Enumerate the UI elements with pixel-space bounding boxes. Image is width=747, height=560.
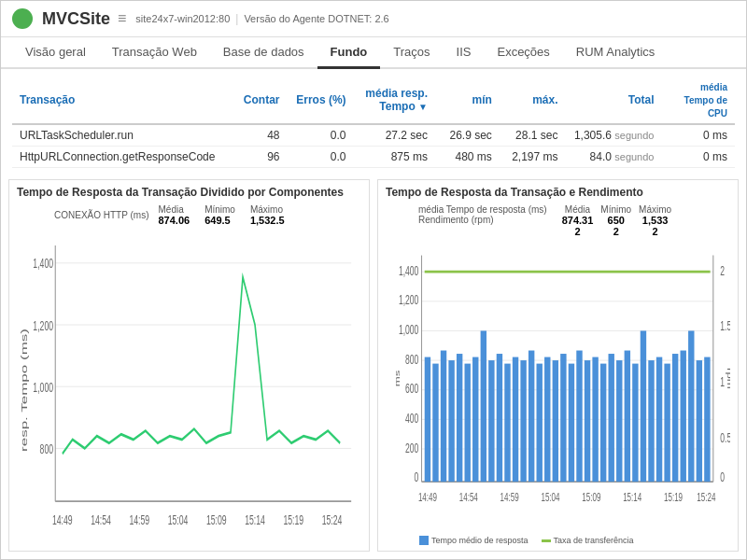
svg-rect-72	[656, 357, 662, 482]
nav-transacao-web[interactable]: Transação Web	[99, 37, 210, 69]
td-avg-resp-1: 27.2 sec	[354, 124, 435, 147]
td-total-1: 1,305.6 segundo	[565, 124, 661, 147]
header: MVCSite ≡ site24x7-win2012:80 | Versão d…	[1, 1, 746, 37]
nav-base-dados[interactable]: Base de dados	[210, 37, 317, 69]
svg-rect-63	[585, 360, 590, 482]
svg-rect-64	[592, 357, 598, 482]
chart-right-area: 1,400 1,200 1,000 800 600 400 200 0 2 1.…	[386, 239, 730, 534]
svg-rect-65	[600, 363, 606, 482]
svg-rect-67	[616, 360, 622, 482]
nav-excecoes[interactable]: Exceções	[484, 37, 562, 69]
svg-rect-78	[704, 357, 710, 482]
svg-text:15:09: 15:09	[582, 490, 600, 503]
navigation: Visão geral Transação Web Base de dados …	[1, 37, 746, 69]
svg-rect-69	[632, 363, 638, 482]
svg-rect-73	[664, 363, 669, 482]
svg-rect-55	[520, 360, 526, 482]
td-max-1: 28.1 sec	[500, 124, 566, 147]
svg-text:0: 0	[415, 469, 419, 483]
svg-rect-74	[672, 354, 678, 482]
td-errors-1: 0.0	[288, 124, 354, 147]
svg-text:14:54: 14:54	[459, 490, 478, 503]
th-avg-cpu: média Tempo de CPU	[661, 77, 735, 124]
chart-left-title: Tempo de Resposta da Transação Dividido …	[17, 186, 361, 201]
chart-left-area: resp. Tempo (ms) 1,400 1,200 1,000 800	[17, 228, 361, 545]
svg-text:ms: ms	[393, 370, 402, 386]
th-total[interactable]: Total	[565, 77, 661, 124]
svg-rect-76	[688, 330, 694, 482]
svg-rect-44	[432, 363, 438, 482]
svg-rect-66	[609, 354, 614, 482]
svg-text:1,200: 1,200	[33, 317, 53, 333]
svg-rect-62	[576, 350, 582, 482]
svg-text:14:49: 14:49	[418, 490, 437, 503]
svg-text:800: 800	[405, 351, 419, 366]
svg-rect-49	[472, 357, 478, 482]
header-divider: |	[235, 12, 238, 25]
svg-text:1,400: 1,400	[399, 262, 419, 277]
svg-rect-46	[448, 360, 454, 482]
svg-rect-68	[625, 350, 630, 482]
nav-tracos[interactable]: Traços	[380, 37, 443, 69]
svg-rect-50	[481, 330, 486, 482]
svg-text:rpm: rpm	[726, 368, 730, 389]
svg-text:1,000: 1,000	[399, 321, 419, 336]
svg-text:14:49: 14:49	[52, 511, 73, 527]
td-count-2: 96	[233, 147, 288, 168]
td-transaction-1: URLTaskScheduler.run	[12, 124, 233, 147]
th-max[interactable]: máx.	[500, 77, 566, 124]
td-min-1: 26.9 sec	[435, 124, 500, 147]
legend-avg: Média 874.06	[158, 204, 190, 226]
svg-text:15:24: 15:24	[322, 511, 343, 527]
svg-text:15:14: 15:14	[245, 511, 265, 527]
svg-rect-53	[504, 363, 510, 482]
agent-version: Versão do Agente DOTNET: 2.6	[244, 13, 388, 24]
svg-rect-58	[544, 357, 550, 482]
legend-bar: Tempo médio de resposta	[419, 536, 529, 545]
svg-text:600: 600	[405, 381, 419, 396]
svg-rect-70	[641, 330, 646, 482]
svg-text:2: 2	[720, 262, 725, 277]
svg-text:15:04: 15:04	[168, 511, 189, 527]
legend-line: Taxa de transferência	[542, 536, 634, 545]
legend-max: Máximo 1,532.5	[250, 204, 285, 226]
td-transaction-2: HttpURLConnection.getResponseCode	[12, 147, 233, 168]
td-count-1: 48	[233, 124, 288, 147]
th-avg-resp[interactable]: média resp. Tempo ▼	[354, 77, 435, 124]
svg-rect-59	[553, 360, 558, 482]
legend-bar-icon	[419, 536, 429, 545]
th-count[interactable]: Contar	[233, 77, 288, 124]
th-errors[interactable]: Erros (%)	[288, 77, 354, 124]
svg-text:15:14: 15:14	[623, 490, 641, 503]
td-min-2: 480 ms	[435, 147, 500, 168]
status-indicator	[12, 8, 33, 29]
th-min[interactable]: mín	[435, 77, 500, 124]
svg-text:1,200: 1,200	[399, 292, 419, 307]
app-title: MVCSite	[42, 9, 110, 29]
chart-right: Tempo de Resposta da Transação e Rendime…	[377, 179, 739, 552]
svg-text:800: 800	[40, 441, 54, 456]
svg-rect-56	[529, 350, 534, 482]
sort-arrow-icon: ▼	[418, 102, 428, 112]
svg-text:15:19: 15:19	[664, 490, 683, 503]
svg-text:15:19: 15:19	[283, 511, 303, 527]
svg-text:resp. Tempo (ms): resp. Tempo (ms)	[19, 329, 29, 452]
nav-visao-geral[interactable]: Visão geral	[12, 37, 99, 69]
svg-text:14:59: 14:59	[129, 511, 149, 527]
svg-rect-43	[425, 357, 430, 482]
nav-fundo[interactable]: Fundo	[317, 37, 381, 69]
nav-iis[interactable]: IIS	[444, 37, 485, 69]
td-errors-2: 0.0	[288, 147, 354, 168]
th-transaction: Transação	[12, 77, 233, 124]
svg-rect-60	[560, 354, 566, 482]
td-total-2: 84.0 segundo	[565, 147, 661, 168]
transaction-table: Transação Contar Erros (%) média resp. T…	[1, 69, 746, 175]
svg-rect-61	[569, 363, 574, 482]
nav-rum-analytics[interactable]: RUM Analytics	[563, 37, 669, 69]
legend-min: Mínimo 649.5	[204, 204, 235, 226]
table-row: HttpURLConnection.getResponseCode 96 0.0…	[12, 147, 735, 168]
menu-icon[interactable]: ≡	[118, 10, 126, 27]
subtitle: site24x7-win2012:80	[135, 13, 230, 24]
svg-text:1,400: 1,400	[33, 256, 53, 272]
svg-rect-48	[464, 363, 470, 482]
